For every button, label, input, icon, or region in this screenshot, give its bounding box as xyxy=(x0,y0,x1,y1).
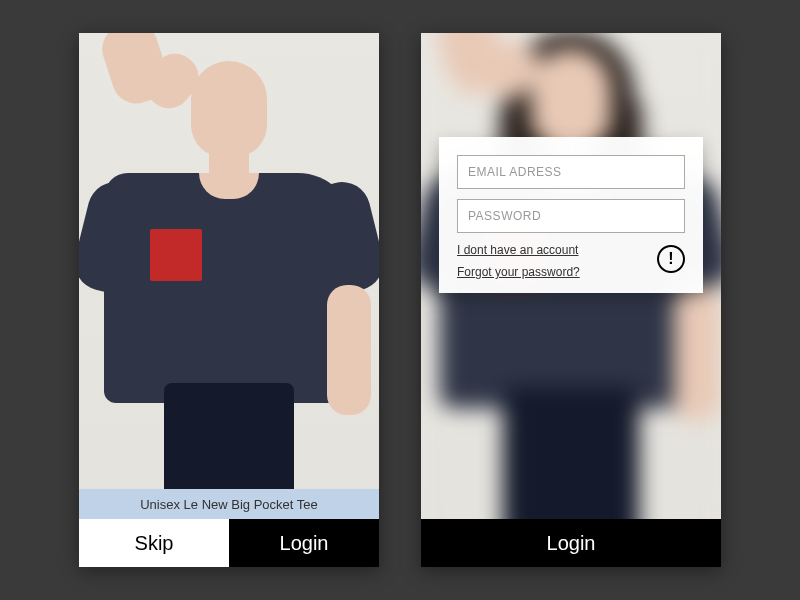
model-illustration xyxy=(79,33,379,567)
phone-screen-login: I dont have an account Forgot your passw… xyxy=(421,33,721,567)
login-button[interactable]: Login xyxy=(421,519,721,567)
product-caption: Unisex Le New Big Pocket Tee xyxy=(140,497,318,512)
forgot-password-link[interactable]: Forgot your password? xyxy=(457,265,580,279)
login-button[interactable]: Login xyxy=(229,519,379,567)
skip-button-label: Skip xyxy=(135,532,174,555)
login-button-label: Login xyxy=(547,532,596,555)
password-field[interactable] xyxy=(457,199,685,233)
links-group: I dont have an account Forgot your passw… xyxy=(457,243,580,279)
login-button-label: Login xyxy=(280,532,329,555)
info-icon-glyph: ! xyxy=(668,250,673,268)
info-icon[interactable]: ! xyxy=(657,245,685,273)
model-illustration-blur xyxy=(421,33,721,567)
skip-button[interactable]: Skip xyxy=(79,519,229,567)
no-account-link[interactable]: I dont have an account xyxy=(457,243,580,257)
bottom-bar: Login xyxy=(421,519,721,567)
login-card: I dont have an account Forgot your passw… xyxy=(439,137,703,293)
product-caption-bar: Unisex Le New Big Pocket Tee xyxy=(79,489,379,519)
bottom-bar: Skip Login xyxy=(79,519,379,567)
phone-screen-product: Unisex Le New Big Pocket Tee Skip Login xyxy=(79,33,379,567)
link-row: I dont have an account Forgot your passw… xyxy=(457,243,685,279)
email-field[interactable] xyxy=(457,155,685,189)
